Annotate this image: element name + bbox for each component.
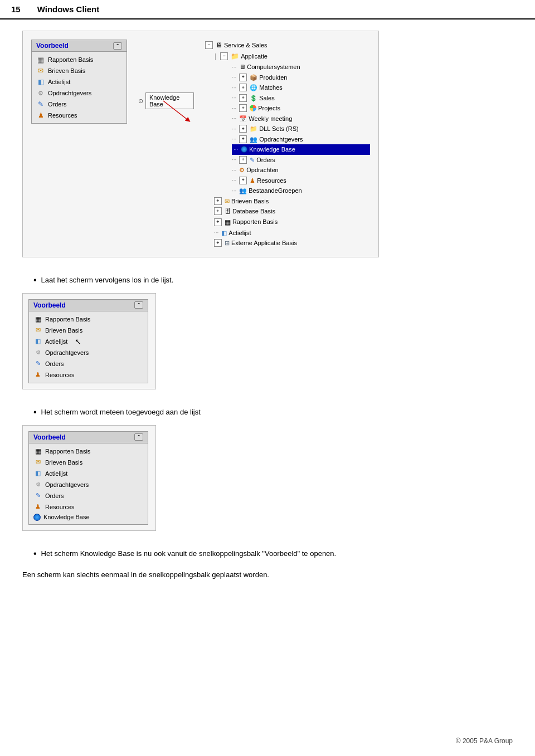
list-item: ⚙ Opdrachtgevers [29, 347, 148, 358]
collapse-button-1[interactable]: ⌃ [113, 42, 122, 50]
page-number: 15 [11, 4, 21, 14]
tree-label: Computersystemen [247, 62, 300, 72]
tree-node-resources: ··· + ♟ Resources [232, 175, 370, 186]
expand-icon[interactable]: − [220, 52, 228, 60]
expand-icon[interactable]: + [214, 207, 222, 215]
expand-icon[interactable]: + [239, 104, 247, 112]
tree-label: Projects [258, 104, 280, 113]
list-icon: ◧ [36, 77, 45, 86]
cursor-icon: ↖ [75, 337, 81, 346]
voorbeeld-header-1: Voorbeeld ⌃ [32, 40, 127, 52]
list-item: ▦ Rapporten Basis [29, 314, 148, 325]
person-icon: ⚙ [36, 89, 45, 97]
bullet-2: Het scherm wordt meteen toegevoegd aan d… [33, 408, 513, 417]
item-label: Actielijst [45, 470, 67, 477]
tree-label: Externe Applicatie Basis [231, 238, 297, 248]
voorbeeld-header-2: Voorbeeld ⌃ [29, 300, 148, 311]
tree-node-brieven-basis: + ✉ Brieven Basis [214, 196, 370, 207]
list-item: ♟ Resources [29, 369, 148, 381]
expand-icon[interactable]: + [214, 218, 222, 226]
tree-label: Produkten [259, 73, 287, 82]
tree-label: Database Basis [232, 207, 275, 216]
expand-icon[interactable]: − [205, 41, 213, 49]
tree-label: Orders [256, 155, 275, 165]
list-item: ◧ Actielijst ↖ [29, 336, 148, 347]
user-icon: ♟ [36, 111, 45, 120]
list-item: ▦ Rapporten Basis [29, 446, 148, 457]
list-item: ◧ Actielijst [29, 468, 148, 479]
item-label: Rapporten Basis [45, 316, 90, 323]
tree-node-produkten: ··· + 📦 Produkten [232, 72, 370, 83]
item-label: Brieven Basis [45, 459, 82, 466]
edit-icon: ✎ [33, 491, 42, 500]
voorbeeld-items-3: ▦ Rapporten Basis ✉ Brieven Basis ◧ Acti… [29, 443, 148, 524]
bullet-2-text: Het scherm wordt meteen toegevoegd aan d… [41, 408, 201, 416]
expand-icon[interactable]: + [239, 135, 247, 143]
tree-label: Service & Sales [224, 41, 268, 50]
expand-icon[interactable]: + [239, 84, 247, 91]
person-icon: ⚙ [33, 480, 42, 489]
collapse-button-2[interactable]: ⌃ [134, 301, 143, 309]
list-item: ✉ Brieven Basis [29, 457, 148, 468]
tree-node-computersystemen: ··· 🖥 Computersystemen [232, 62, 370, 72]
tree-node-rapporten-basis: + ▦ Rapporten Basis [214, 217, 370, 228]
screenshot-3: Voorbeeld ⌃ ▦ Rapporten Basis ✉ Brieven … [22, 425, 156, 531]
list-item: ⚙ Opdrachtgevers [29, 479, 148, 490]
mail-icon: ✉ [36, 66, 45, 75]
footer-text: © 2005 P&A Group [456, 737, 513, 745]
grid-icon: ▦ [36, 55, 45, 64]
content-area: Voorbeeld ⌃ ▦ Rapporten Basis ✉ Brieven … [0, 31, 535, 614]
expand-icon[interactable]: + [239, 94, 247, 102]
list-item: ✉ Brieven Basis [29, 325, 148, 336]
page-header: 15 Windows Client [0, 0, 535, 19]
list-item: ⚙ Opdrachtgevers [32, 87, 127, 99]
expand-icon[interactable]: + [239, 125, 247, 133]
grid-icon: ▦ [33, 447, 42, 456]
bullet-3-text: Het scherm Knowledge Base is nu ook vanu… [41, 549, 337, 558]
item-label: Actielijst [45, 338, 67, 345]
tree-node-knowledge-base[interactable]: ··· Knowledge Base [232, 144, 370, 155]
expand-icon[interactable]: + [239, 177, 247, 184]
item-label: Resources [48, 112, 77, 119]
list-item: ✎ Orders [29, 490, 148, 501]
tree-label: Applicatie [241, 52, 268, 61]
screenshot-1: Voorbeeld ⌃ ▦ Rapporten Basis ✉ Brieven … [22, 31, 379, 257]
bullet-1-text: Laat het scherm vervolgens los in de lij… [41, 276, 174, 284]
tree-node-projects: ··· + Projects [232, 103, 370, 114]
list-item: ♟ Resources [32, 110, 127, 121]
expand-icon[interactable]: + [239, 156, 247, 164]
tree-label: Resources [257, 176, 286, 186]
tree-node-opdrachten: ··· ⚙ Opdrachten [232, 165, 370, 175]
edit-icon: ✎ [33, 359, 42, 368]
tree-node-orders: ··· + ✎ Orders [232, 155, 370, 165]
item-label: Opdrachtgevers [45, 349, 89, 356]
voorbeeld-items-1: ▦ Rapporten Basis ✉ Brieven Basis ◧ Acti… [32, 52, 127, 123]
item-label: Orders [48, 101, 67, 108]
voorbeeld-panel-1: Voorbeeld ⌃ ▦ Rapporten Basis ✉ Brieven … [31, 40, 127, 124]
tree-label: Knowledge Base [249, 145, 295, 154]
tree-label: BestaandeGroepen [249, 186, 301, 196]
item-label: Opdrachtgevers [45, 481, 89, 488]
tree-node-opdrachtgevers: ··· + 👥 Opdrachtgevers [232, 134, 370, 145]
collapse-button-3[interactable]: ⌃ [134, 433, 143, 441]
bullet-1: Laat het scherm vervolgens los in de lij… [33, 276, 513, 285]
tree-label: Sales [259, 94, 275, 103]
list-item: ♟ Resources [29, 501, 148, 513]
expand-icon[interactable]: + [214, 239, 222, 247]
expand-icon[interactable]: + [214, 197, 222, 205]
voorbeeld-title-1: Voorbeeld [36, 42, 69, 50]
user-icon: ♟ [33, 370, 42, 379]
tree-node-sales: ··· + 💲 Sales [232, 93, 370, 104]
list-item: ◧ Actielijst [32, 76, 127, 87]
final-text: Een scherm kan slechts eenmaal in de sne… [22, 570, 269, 579]
item-label: Orders [45, 492, 64, 499]
tree-view-1: − 🖥 Service & Sales │ − 📁 Applicatie ···… [205, 40, 370, 248]
list-item: ✉ Brieven Basis [32, 65, 127, 76]
expand-icon[interactable]: + [239, 74, 247, 81]
tree-label: DLL Sets (RS) [259, 124, 299, 134]
final-paragraph: Een scherm kan slechts eenmaal in de sne… [22, 569, 513, 581]
page-footer: © 2005 P&A Group [456, 737, 513, 745]
kb-icon [33, 514, 41, 521]
item-label: Brieven Basis [48, 67, 85, 74]
voorbeeld-title-3: Voorbeeld [33, 433, 66, 441]
